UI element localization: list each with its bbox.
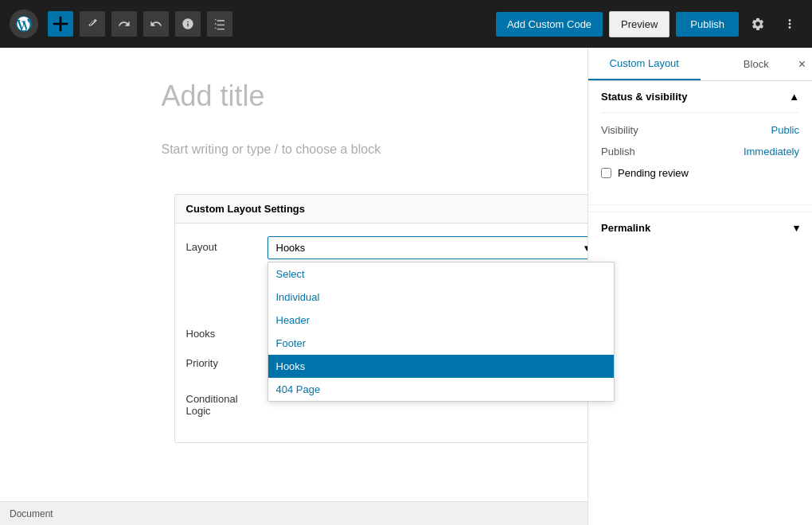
pending-review-row: Pending review (601, 167, 799, 179)
edit-icon-button[interactable] (80, 11, 105, 37)
sidebar-close-button[interactable]: × (798, 57, 806, 72)
custom-layout-settings: Custom Layout Settings ▲ Layout Hooks (174, 194, 627, 443)
pending-review-checkbox[interactable] (601, 168, 611, 178)
dropdown-item-header[interactable]: Header (268, 309, 614, 332)
publish-label: Publish (601, 146, 635, 158)
dropdown-item-hooks[interactable]: Hooks (268, 355, 614, 378)
publish-row: Publish Immediately (601, 146, 799, 158)
pending-review-label: Pending review (618, 167, 689, 179)
status-visibility-section: Status & visibility ▲ Visibility Public … (588, 81, 812, 198)
dropdown-item-individual[interactable]: Individual (268, 286, 614, 309)
editor-placeholder: Start writing or type / to choose a bloc… (162, 137, 639, 162)
layout-label: Layout (186, 236, 258, 253)
hooks-label: Hooks (186, 323, 258, 340)
list-view-button[interactable] (207, 11, 232, 37)
dropdown-item-footer[interactable]: Footer (268, 332, 614, 355)
status-visibility-title: Status & visibility (601, 91, 687, 103)
preview-button[interactable]: Preview (609, 11, 670, 37)
document-label: Document (10, 508, 53, 519)
visibility-value[interactable]: Public (771, 124, 799, 136)
layout-settings-title: Custom Layout Settings (186, 203, 306, 215)
bottom-bar: Document (0, 501, 588, 525)
sidebar-tabs: Custom Layout Block × (588, 48, 812, 81)
layout-select-value: Hooks (276, 242, 306, 254)
dropdown-item-select[interactable]: Select (268, 262, 614, 286)
tab-block[interactable]: Block (701, 48, 813, 80)
add-custom-code-button[interactable]: Add Custom Code (496, 12, 603, 37)
publish-value[interactable]: Immediately (744, 146, 799, 158)
more-options-button[interactable] (777, 11, 802, 37)
redo-button[interactable] (143, 11, 169, 37)
visibility-row: Visibility Public (601, 124, 799, 136)
layout-select-wrapper: Hooks ▾ Select Individual Header Footer … (267, 236, 615, 259)
permalink-title: Permalink (601, 222, 650, 234)
info-button[interactable] (175, 11, 201, 37)
collapse-status-icon[interactable]: ▲ (789, 91, 799, 103)
layout-settings-body: Layout Hooks ▾ Select Individua (175, 224, 626, 442)
dropdown-item-404[interactable]: 404 Page (268, 378, 614, 401)
undo-button[interactable] (111, 11, 137, 37)
add-block-toolbar-button[interactable] (48, 11, 73, 37)
permalink-section[interactable]: Permalink ▾ (588, 212, 812, 243)
settings-gear-button[interactable] (745, 11, 771, 37)
layout-select-trigger[interactable]: Hooks ▾ (267, 236, 615, 259)
wp-logo (10, 10, 38, 38)
publish-button[interactable]: Publish (676, 12, 739, 37)
layout-settings-header: Custom Layout Settings ▲ (175, 195, 626, 224)
main-layout: Add title Start writing or type / to cho… (0, 48, 812, 525)
editor-title-placeholder[interactable]: Add title (162, 80, 639, 113)
layout-dropdown-menu: Select Individual Header Footer Hooks 40… (267, 262, 615, 402)
sidebar-divider (588, 204, 812, 205)
status-visibility-header: Status & visibility ▲ (601, 91, 799, 113)
priority-label: Priority (186, 352, 258, 369)
permalink-expand-icon: ▾ (794, 222, 799, 234)
tab-custom-layout[interactable]: Custom Layout (588, 48, 701, 80)
right-sidebar: Custom Layout Block × Status & visibilit… (588, 48, 812, 525)
conditional-logic-label: Conditional Logic (186, 388, 258, 417)
toolbar: Add Custom Code Preview Publish (0, 0, 812, 48)
layout-row: Layout Hooks ▾ Select Individua (186, 236, 615, 259)
layout-dropdown-container: Hooks ▾ Select Individual Header Footer … (267, 236, 615, 259)
visibility-label: Visibility (601, 124, 638, 136)
